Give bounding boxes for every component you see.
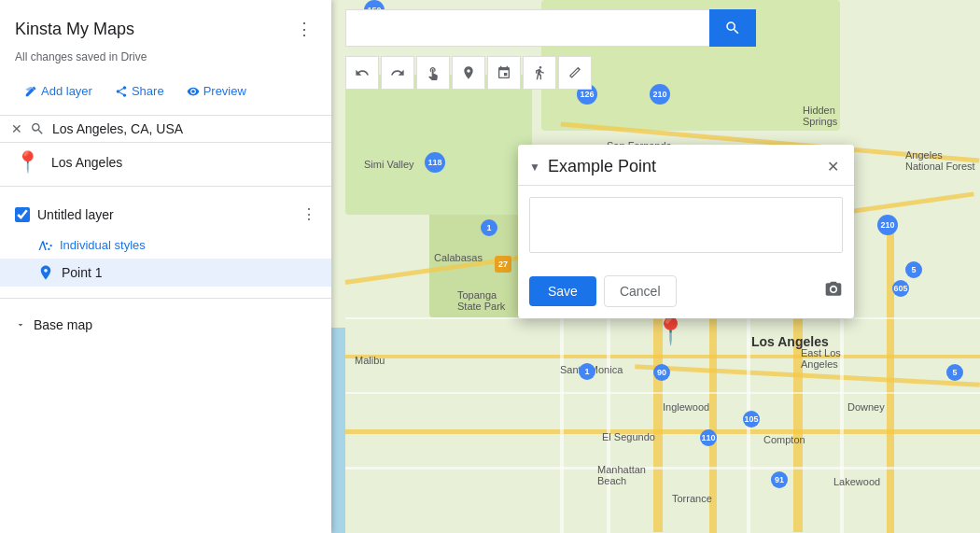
base-map-label: Base map [34, 317, 92, 332]
layer-checkbox[interactable] [15, 207, 30, 222]
ruler-icon [567, 65, 582, 80]
label-el-segundo: El Segundo [602, 431, 655, 442]
search-text: Los Angeles, CA, USA [52, 121, 183, 136]
label-lakewood: Lakewood [833, 476, 880, 487]
search-clear-button[interactable]: ✕ [11, 121, 22, 136]
popup-close-button[interactable]: ✕ [823, 156, 843, 177]
label-compton: Compton [763, 434, 805, 445]
popup-description-textarea[interactable] [529, 197, 843, 253]
add-layer-label: Add layer [41, 84, 92, 98]
popup-collapse-button[interactable]: ▼ [529, 161, 540, 174]
add-layer-button[interactable]: Add layer [15, 78, 102, 104]
save-button[interactable]: Save [529, 276, 596, 306]
highway-badge-210: 210 [650, 84, 670, 105]
preview-icon [187, 85, 200, 98]
undo-icon [355, 65, 370, 80]
label-angeles-forest: AngelesNational Forest [905, 149, 975, 172]
minor-road-2 [345, 392, 980, 394]
popup-footer: Save Cancel [518, 268, 854, 318]
search-area: ✕ Los Angeles, CA, USA [0, 115, 331, 143]
camera-icon [824, 280, 843, 299]
marker-button[interactable] [452, 56, 485, 90]
share-button[interactable]: Share [105, 78, 174, 104]
base-map-section[interactable]: Base map [0, 310, 331, 340]
share-label: Share [132, 84, 164, 98]
camera-button[interactable] [824, 280, 843, 303]
ruler-button[interactable] [558, 56, 592, 90]
label-torrance: Torrance [672, 493, 712, 504]
road-8 [887, 233, 894, 533]
highway-badge-5: 5 [905, 261, 922, 278]
divider [0, 186, 331, 187]
individual-styles-label: Individual styles [60, 238, 146, 252]
redo-icon [390, 65, 405, 80]
sidebar: Kinsta My Maps ⋮ All changes saved in Dr… [0, 0, 331, 533]
road-5 [345, 355, 980, 358]
map-tools [345, 56, 592, 90]
label-malibu: Malibu [355, 355, 385, 366]
location-name: Los Angeles [51, 155, 122, 170]
map-pin-blue[interactable]: 📍 [654, 316, 687, 346]
point-pin-icon [37, 264, 54, 281]
top-search-button[interactable] [709, 9, 756, 47]
popup-header: ▼ ✕ [518, 145, 854, 186]
location-item[interactable]: 📍 Los Angeles [0, 143, 331, 182]
cancel-button[interactable]: Cancel [604, 275, 677, 307]
chevron-down-icon [15, 319, 26, 330]
top-toolbar [345, 9, 756, 47]
preview-button[interactable]: Preview [177, 78, 256, 104]
sidebar-actions: Add layer Share Preview [0, 75, 331, 115]
highway-badge-210b: 210 [877, 215, 898, 235]
highway-badge-27: 27 [495, 256, 511, 273]
point-item[interactable]: Point 1 [0, 259, 331, 287]
road-6 [345, 429, 980, 434]
divider-2 [0, 298, 331, 299]
highway-badge-605: 605 [892, 280, 909, 297]
preview-label: Preview [203, 84, 246, 98]
layer-header: Untitled layer ⋮ [0, 198, 331, 231]
search-icon [724, 20, 741, 36]
route-button[interactable] [523, 56, 556, 90]
highway-badge-1: 1 [481, 219, 497, 236]
individual-styles-button[interactable]: Individual styles [0, 231, 331, 259]
highway-badge-91: 91 [771, 471, 788, 488]
sidebar-title: Kinsta My Maps [15, 20, 134, 39]
route-icon [532, 65, 547, 80]
hand-icon [426, 65, 441, 80]
label-manhattan-beach: ManhattanBeach [597, 464, 646, 486]
sidebar-more-button[interactable]: ⋮ [292, 15, 316, 43]
park-area-3 [345, 75, 532, 215]
label-east-la: East LosAngeles [801, 347, 841, 370]
popup-title-input[interactable] [548, 157, 823, 176]
label-topanga: TopangaState Park [457, 289, 505, 312]
label-calabasas: Calabasas [434, 252, 483, 263]
share-icon [115, 85, 128, 98]
popup-dialog: ▼ ✕ Save Cancel [518, 145, 854, 318]
polygon-button[interactable] [487, 56, 521, 90]
sidebar-subtitle: All changes saved in Drive [0, 50, 331, 75]
top-search-input[interactable] [345, 9, 709, 47]
redo-button[interactable] [381, 56, 414, 90]
location-pin-icon: 📍 [15, 150, 40, 175]
add-layer-icon [24, 85, 37, 98]
label-inglewood: Inglewood [663, 401, 709, 413]
layer-section: Untitled layer ⋮ Individual styles Point… [0, 190, 331, 294]
highway-badge-105: 105 [743, 411, 760, 428]
label-hidden-springs: HiddenSprings [803, 105, 837, 127]
layer-header-left: Untitled layer [15, 207, 114, 222]
highway-badge-5b: 5 [946, 364, 963, 381]
polygon-icon [497, 65, 511, 80]
layer-more-button[interactable]: ⋮ [301, 205, 316, 223]
search-bar-container [345, 9, 756, 47]
highway-badge-90: 90 [653, 364, 670, 381]
label-downey: Downey [847, 401, 885, 413]
search-icon-sidebar [30, 121, 45, 136]
undo-button[interactable] [345, 56, 379, 90]
layer-title: Untitled layer [37, 207, 114, 222]
sidebar-header: Kinsta My Maps ⋮ [0, 0, 331, 50]
minor-road-7 [345, 467, 980, 470]
pan-button[interactable] [416, 56, 450, 90]
marker-icon [461, 65, 476, 80]
highway-badge-118: 118 [425, 152, 445, 173]
point-label: Point 1 [62, 265, 103, 280]
